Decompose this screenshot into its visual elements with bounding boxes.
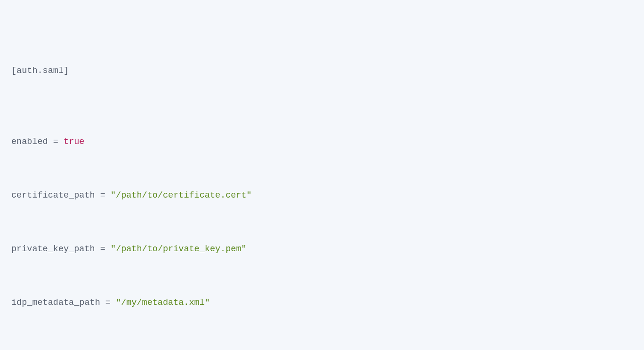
code-block: [auth.saml] enabled = true certificate_p…: [5, 8, 639, 350]
config-line: idp_metadata_path = "/my/metadata.xml": [5, 294, 639, 312]
config-value: "/my/metadata.xml": [116, 298, 210, 308]
config-key: certificate_path: [11, 191, 95, 200]
code-snippet-page: [auth.saml] enabled = true certificate_p…: [0, 0, 644, 350]
bracket-close: ]: [64, 66, 69, 76]
equals: =: [95, 244, 111, 254]
config-value: true: [64, 137, 84, 147]
config-key: idp_metadata_path: [11, 298, 100, 308]
config-key: enabled: [11, 137, 48, 147]
config-line: private_key_path = "/path/to/private_key…: [5, 240, 639, 258]
section-header-line: [auth.saml]: [5, 62, 639, 80]
config-value: "/path/to/private_key.pem": [111, 244, 247, 254]
config-key: private_key_path: [11, 244, 95, 254]
config-line: max_issue_delay = 90s: [5, 348, 639, 350]
config-value: "/path/to/certificate.cert": [111, 191, 252, 200]
section-name: auth.saml: [16, 66, 64, 76]
config-line: enabled = true: [5, 133, 639, 151]
equals: =: [100, 298, 116, 308]
config-line: certificate_path = "/path/to/certificate…: [5, 187, 639, 205]
equals: =: [95, 191, 111, 200]
equals: =: [48, 137, 64, 147]
bracket-open: [: [11, 66, 16, 76]
